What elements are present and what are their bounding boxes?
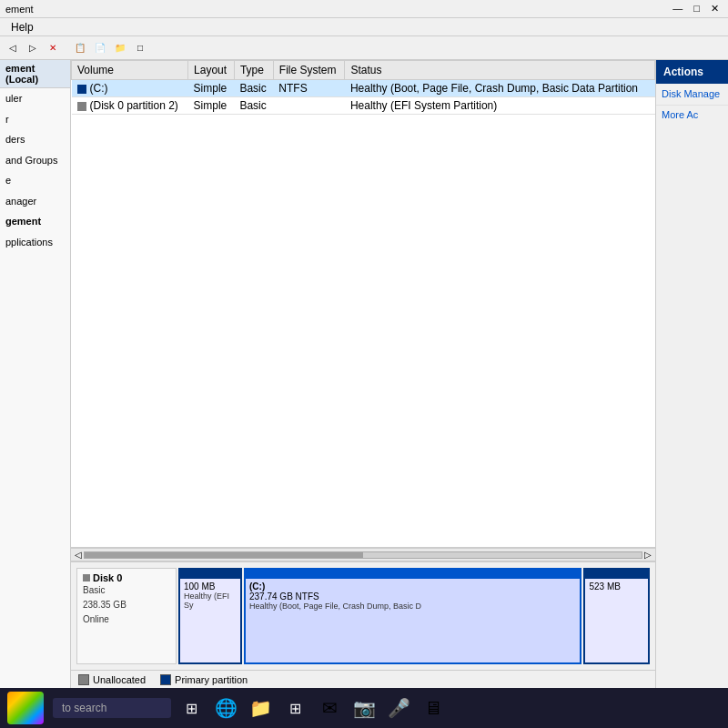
partition-header-selected [246,570,580,579]
cell-type: Basic [234,97,273,115]
close-button[interactable]: ✕ [707,3,723,15]
disk-row: Disk 0 Basic238.35 GBOnline 100 MB Healt… [76,568,650,664]
horizontal-scrollbar[interactable]: ◁ ▷ [71,548,655,561]
table-row[interactable]: (C:) Simple Basic NTFS Healthy (Boot, Pa… [72,80,655,97]
sidebar-item-ders[interactable]: ders [0,129,70,150]
legend-box-primary [160,674,171,685]
taskbar-search-box[interactable]: to search [53,698,171,718]
sidebar-header-text: ement (Local) [5,63,65,85]
legend: Unallocated Primary partition [71,670,655,688]
partition-size: 237.74 GB NTFS [249,592,576,602]
disk-info: Basic238.35 GBOnline [83,583,170,627]
legend-box-unallocated [78,674,89,685]
menu-bar: Help [0,18,728,36]
partition-header-recovery [585,570,648,579]
cell-filesystem: NTFS [273,80,345,97]
toolbar-forward[interactable]: ▷ [24,39,42,57]
maximize-button[interactable]: □ [690,3,703,15]
cell-volume: (Disk 0 partition 2) [72,97,188,115]
actions-panel: Actions Disk Manage More Ac [655,60,728,688]
col-status[interactable]: Status [345,61,655,80]
sidebar-item-gement[interactable]: gement [0,211,70,232]
minimize-button[interactable]: — [669,3,686,15]
taskbar-start-icon[interactable]: ⊞ [280,693,309,723]
partition-header [180,570,240,579]
partition-efi[interactable]: 100 MB Healthy (EFI Sy [178,568,242,664]
cell-status: Healthy (EFI System Partition) [345,97,655,115]
volume-table: Volume Layout Type File System Status (C… [71,60,655,115]
cell-filesystem [273,97,345,115]
toolbar-copy[interactable]: 📋 [71,39,89,57]
partition-c[interactable]: (C:) 237.74 GB NTFS Healthy (Boot, Page … [244,568,581,664]
actions-header: Actions [656,60,728,84]
sidebar-header: ement (Local) [0,60,70,88]
toolbar-back[interactable]: ◁ [4,39,22,57]
taskbar-flowers [7,692,44,724]
cell-volume: (C:) [72,80,188,97]
title-bar: ement — □ ✕ [0,0,728,18]
sidebar-item-e[interactable]: e [0,170,70,191]
col-volume[interactable]: Volume [72,61,188,80]
sidebar-item-groups[interactable]: and Groups [0,150,70,171]
partition-info: Healthy (EFI Sy [184,592,237,610]
taskbar-explorer-icon[interactable]: 📁 [246,693,275,723]
toolbar-window[interactable]: □ [131,39,149,57]
scroll-track[interactable] [84,551,642,559]
scroll-left-btn[interactable]: ◁ [73,550,84,560]
legend-unallocated: Unallocated [78,674,146,685]
partition-size: 100 MB [184,581,237,592]
cell-layout: Simple [188,97,235,115]
menu-help[interactable]: Help [4,19,41,35]
legend-label-unallocated: Unallocated [93,674,146,685]
partition-size: 523 MB [589,581,644,592]
sidebar-item-applications[interactable]: pplications [0,232,70,253]
action-disk-manage[interactable]: Disk Manage [656,84,728,106]
col-layout[interactable]: Layout [188,61,235,80]
cell-type: Basic [234,80,273,97]
taskbar-search-text: to search [62,702,106,714]
partition-info: Healthy (Boot, Page File, Crash Dump, Ba… [249,602,576,611]
taskbar-mail-icon[interactable]: ✉ [315,693,344,723]
cell-layout: Simple [188,80,235,97]
toolbar-paste[interactable]: 📄 [91,39,109,57]
disk-partitions: 100 MB Healthy (EFI Sy (C:) 237.74 GB NT… [178,568,650,664]
taskbar-mic-icon[interactable]: 🎤 [384,693,413,723]
table-row[interactable]: (Disk 0 partition 2) Simple Basic Health… [72,97,655,115]
toolbar-cancel[interactable]: ✕ [44,39,62,57]
toolbar: ◁ ▷ ✕ 📋 📄 📁 □ [0,36,728,60]
taskbar-camera-icon[interactable]: 📷 [349,693,379,723]
action-more[interactable]: More Ac [656,106,728,124]
toolbar-folder[interactable]: 📁 [111,39,129,57]
partition-name: (C:) [249,581,576,592]
sidebar-item-anager[interactable]: anager [0,191,70,212]
disk-view: Disk 0 Basic238.35 GBOnline 100 MB Healt… [71,561,655,670]
taskbar-task-view-icon[interactable]: ⊞ [177,693,206,723]
scroll-right-btn[interactable]: ▷ [642,550,653,560]
taskbar-edge-icon[interactable]: 🌐 [211,693,240,723]
content-area: Volume Layout Type File System Status (C… [71,60,655,688]
main-container: ement (Local) uler r ders and Groups e a… [0,60,728,688]
legend-primary: Primary partition [160,674,248,685]
cell-status: Healthy (Boot, Page File, Crash Dump, Ba… [345,80,655,97]
sidebar-item-uler[interactable]: uler [0,88,70,109]
col-type[interactable]: Type [234,61,273,80]
table-container: Volume Layout Type File System Status (C… [71,60,655,548]
sidebar-item-r[interactable]: r [0,109,70,130]
sidebar: ement (Local) uler r ders and Groups e a… [0,60,71,688]
disk-name: Disk 0 [83,572,170,583]
taskbar: to search ⊞ 🌐 📁 ⊞ ✉ 📷 🎤 🖥 [0,688,728,728]
taskbar-display-icon[interactable]: 🖥 [419,693,448,723]
legend-label-primary: Primary partition [175,674,248,685]
col-filesystem[interactable]: File System [273,61,345,80]
disk-label: Disk 0 Basic238.35 GBOnline [76,568,177,664]
scroll-thumb[interactable] [85,552,363,558]
title-text: ement [5,4,34,15]
partition-recovery[interactable]: 523 MB [583,568,650,664]
